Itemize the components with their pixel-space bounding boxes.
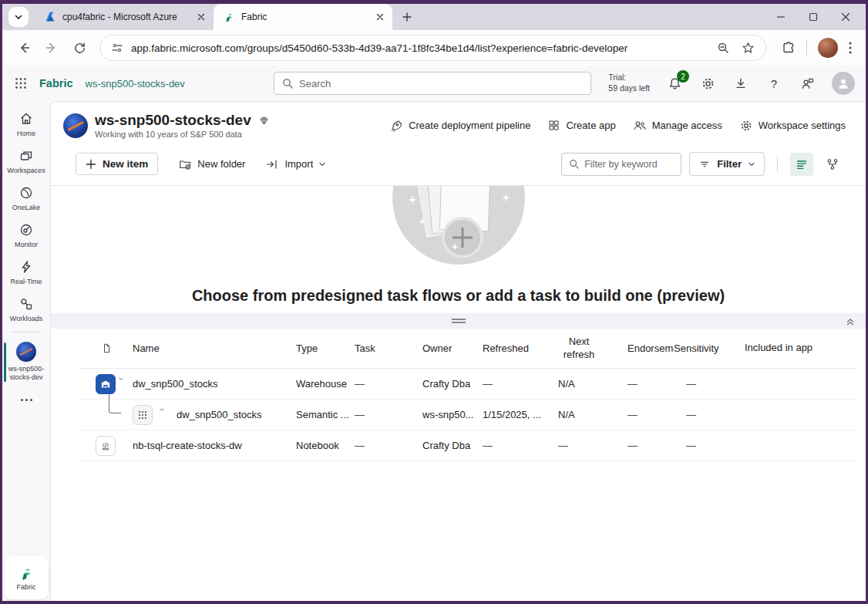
table-row[interactable]: nb-tsql-create-stocks-dw Notebook — Craf… bbox=[80, 430, 858, 461]
item-owner: Crafty Dba bbox=[422, 440, 483, 451]
column-header-endorsement[interactable]: Endorsement bbox=[604, 342, 674, 354]
chevron-down-icon bbox=[14, 12, 23, 22]
tree-connector bbox=[109, 394, 121, 413]
column-header-refreshed[interactable]: Refreshed bbox=[483, 342, 553, 354]
item-owner: Crafty Dba bbox=[422, 378, 483, 390]
search-input[interactable] bbox=[299, 78, 583, 89]
lineage-view-toggle[interactable] bbox=[821, 153, 844, 176]
collapse-chevrons-icon[interactable] bbox=[844, 315, 856, 327]
sidebar-item-workloads[interactable]: Workloads bbox=[2, 291, 50, 328]
item-name[interactable]: nb-tsql-create-stocks-dw bbox=[133, 440, 296, 451]
sidebar-item-onelake[interactable]: OneLake bbox=[2, 180, 50, 217]
browser-toolbar: app.fabric.microsoft.com/groups/d5450d60… bbox=[2, 30, 866, 66]
help-button[interactable]: ? bbox=[765, 75, 782, 92]
workloads-icon bbox=[19, 296, 34, 312]
gear-icon bbox=[739, 119, 753, 133]
workspaces-icon bbox=[19, 148, 34, 164]
bookmark-star-icon[interactable] bbox=[742, 42, 755, 55]
create-app-button[interactable]: Create app bbox=[547, 119, 615, 132]
sidebar-item-home[interactable]: Home bbox=[2, 106, 50, 143]
global-search[interactable] bbox=[274, 72, 591, 95]
sparkle-icon bbox=[451, 243, 459, 251]
item-next-refresh: N/A bbox=[553, 378, 604, 390]
divider bbox=[12, 332, 40, 332]
site-info-icon[interactable] bbox=[111, 42, 123, 54]
task-flow-panel: Choose from predesigned task flows or ad… bbox=[51, 185, 866, 313]
column-header-included-in-app[interactable]: Included in app bbox=[732, 342, 825, 355]
column-header-name[interactable]: Name bbox=[133, 342, 296, 354]
maximize-icon[interactable] bbox=[809, 12, 818, 22]
keyword-input[interactable] bbox=[584, 159, 674, 170]
back-button[interactable] bbox=[12, 36, 35, 59]
new-tab-button[interactable] bbox=[397, 7, 417, 27]
experience-switcher-fabric[interactable]: Fabric bbox=[5, 556, 48, 599]
divider bbox=[777, 157, 778, 172]
item-type-column-icon bbox=[80, 342, 133, 354]
manage-access-button[interactable]: Manage access bbox=[633, 119, 722, 133]
sidebar-item-current-workspace[interactable]: ws-snp500-stocks-dev bbox=[2, 336, 50, 388]
sidebar-item-workspaces[interactable]: Workspaces bbox=[2, 143, 50, 180]
search-icon bbox=[569, 159, 579, 169]
filter-keyword-input[interactable] bbox=[561, 153, 681, 176]
reload-button[interactable] bbox=[68, 36, 91, 59]
settings-gear-icon[interactable] bbox=[699, 75, 716, 92]
sparkle-icon bbox=[408, 195, 417, 204]
chevron-down-icon bbox=[318, 160, 326, 168]
new-item-button[interactable]: New item bbox=[76, 153, 158, 175]
item-name[interactable]: dw_snp500_stocks bbox=[177, 409, 262, 420]
zoom-icon[interactable] bbox=[717, 42, 729, 54]
column-header-owner[interactable]: Owner bbox=[422, 342, 483, 354]
table-row[interactable]: dw_snp500_stocks Semantic ... — ws-snp50… bbox=[80, 400, 858, 430]
account-avatar[interactable] bbox=[832, 72, 855, 95]
fabric-brand[interactable]: Fabric bbox=[39, 77, 73, 89]
monitor-icon bbox=[19, 222, 34, 238]
close-icon[interactable] bbox=[195, 11, 207, 23]
address-bar[interactable]: app.fabric.microsoft.com/groups/d5450d60… bbox=[99, 35, 766, 61]
sparkle-icon bbox=[502, 194, 510, 202]
tab-title: cpu4fabric - Microsoft Azure bbox=[62, 12, 189, 22]
app-grid-icon bbox=[547, 119, 560, 132]
item-endorsement: — bbox=[604, 378, 674, 390]
feedback-icon[interactable] bbox=[799, 75, 816, 92]
create-deployment-pipeline-button[interactable]: Create deployment pipeline bbox=[389, 119, 530, 133]
browser-menu-icon[interactable] bbox=[849, 42, 852, 54]
tab-title: Fabric bbox=[241, 12, 368, 22]
rocket-icon bbox=[389, 119, 403, 133]
column-header-type[interactable]: Type bbox=[296, 342, 355, 354]
close-icon[interactable] bbox=[374, 11, 386, 23]
item-refreshed: — bbox=[483, 440, 553, 451]
import-button[interactable]: Import bbox=[265, 157, 326, 171]
sidebar-item-realtime[interactable]: Real-Time bbox=[2, 254, 50, 291]
table-row[interactable]: dw_snp500_stocks Warehouse — Crafty Dba … bbox=[80, 369, 858, 400]
drag-handle-icon[interactable] bbox=[452, 319, 466, 323]
column-header-next-refresh[interactable]: Next refresh bbox=[553, 336, 604, 362]
column-header-sensitivity[interactable]: Sensitivity bbox=[674, 342, 732, 354]
sidebar-item-monitor[interactable]: Monitor bbox=[2, 217, 50, 254]
list-view-toggle[interactable] bbox=[790, 153, 813, 176]
extensions-icon[interactable] bbox=[782, 41, 796, 55]
tab-search-button[interactable] bbox=[8, 7, 29, 27]
chevron-down-icon[interactable] bbox=[159, 407, 165, 413]
item-name[interactable]: dw_snp500_stocks bbox=[133, 378, 296, 390]
filter-button[interactable]: Filter bbox=[689, 152, 765, 176]
panel-splitter[interactable] bbox=[51, 313, 866, 329]
fabric-top-nav: Fabric ws-snp500-stocks-dev Trial: 59 da… bbox=[2, 66, 866, 101]
new-folder-button[interactable]: New folder bbox=[178, 157, 245, 171]
tab-fabric[interactable]: Fabric bbox=[214, 4, 392, 30]
workspace-settings-button[interactable]: Workspace settings bbox=[739, 119, 846, 133]
browser-profile-avatar[interactable] bbox=[818, 38, 838, 58]
chevron-down-icon[interactable] bbox=[118, 376, 124, 382]
tab-azure[interactable]: cpu4fabric - Microsoft Azure bbox=[35, 4, 214, 30]
item-endorsement: — bbox=[604, 409, 674, 420]
column-header-task[interactable]: Task bbox=[355, 342, 422, 354]
notifications-button[interactable]: 2 bbox=[666, 75, 683, 92]
breadcrumb-workspace[interactable]: ws-snp500-stocks-dev bbox=[86, 78, 185, 89]
download-icon[interactable] bbox=[732, 75, 749, 92]
main-panel: ws-snp500-stocks-dev Working with 10 yea… bbox=[50, 101, 866, 601]
sidebar-more-button[interactable] bbox=[21, 388, 32, 412]
close-window-icon[interactable] bbox=[841, 12, 850, 22]
forward-button[interactable] bbox=[40, 36, 63, 59]
minimize-icon[interactable] bbox=[776, 12, 786, 22]
add-task-plus-icon[interactable] bbox=[442, 217, 483, 258]
app-launcher-icon[interactable] bbox=[15, 77, 27, 89]
